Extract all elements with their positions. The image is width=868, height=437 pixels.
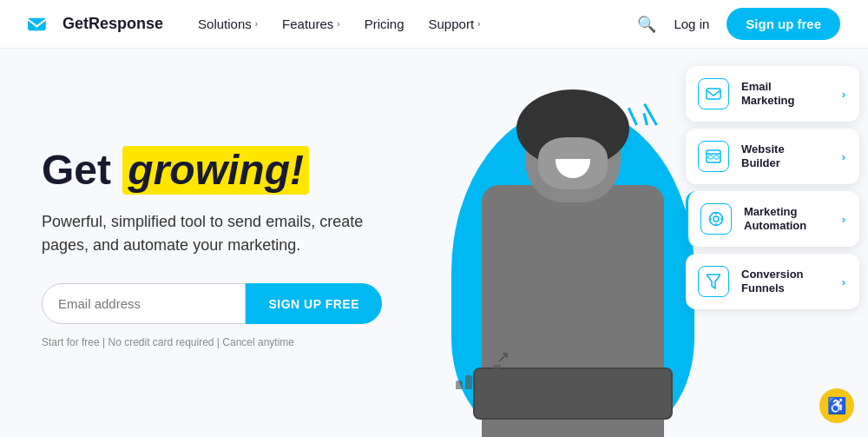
logo-icon [28,14,56,35]
svg-rect-5 [714,156,719,159]
nav-actions: 🔍 Log in Sign up free [637,8,840,40]
feature-card-marketing-automation[interactable]: MarketingAutomation › [686,191,859,247]
logo[interactable]: GetResponse [28,14,163,35]
email-marketing-icon [698,78,729,109]
decorative-lines [634,101,660,129]
marketing-automation-icon [700,203,732,235]
hero-section: Get growing! Powerful, simplified tool t… [0,49,417,437]
signup-form-button[interactable]: SIGN UP FREE [246,283,382,324]
chevron-icon: › [337,19,339,29]
card-chevron-icon: › [842,275,845,288]
feature-card-website-builder[interactable]: WebsiteBuilder › [686,129,859,184]
marketing-automation-label: MarketingAutomation [744,205,830,232]
chart-arrow-icon: ↗ [496,348,510,367]
email-input[interactable] [42,283,246,324]
feature-card-conversion-funnels[interactable]: ConversionFunnels › [686,254,859,309]
header: GetResponse Solutions › Features › Prici… [0,0,868,49]
feature-cards: EmailMarketing › WebsiteBuilder › [686,66,859,309]
hero-headline: Get growing! [42,146,382,195]
chart-decoration: ↗ [456,365,501,389]
conversion-funnels-icon [698,266,729,297]
laptop-icon [473,367,673,420]
form-note: Start for free | No credit card required… [42,336,382,348]
card-chevron-icon: › [842,88,845,101]
signup-button[interactable]: Sign up free [727,8,840,40]
feature-card-email-marketing[interactable]: EmailMarketing › [686,66,859,122]
nav-pricing[interactable]: Pricing [365,17,404,31]
login-button[interactable]: Log in [674,17,709,31]
chevron-icon: › [477,19,480,29]
chevron-icon: › [255,19,258,29]
svg-rect-0 [28,17,46,30]
logo-text: GetResponse [62,15,163,33]
nav-solutions[interactable]: Solutions › [198,17,258,31]
accessibility-icon: ♿ [827,396,846,415]
card-chevron-icon: › [842,213,845,226]
main-nav: Solutions › Features › Pricing Support ›… [198,8,840,40]
nav-features[interactable]: Features › [282,17,340,31]
signup-form: SIGN UP FREE [42,283,382,324]
website-builder-icon [698,141,729,172]
hero-highlight: growing! [122,146,309,195]
svg-point-7 [713,216,719,222]
email-marketing-label: EmailMarketing [741,80,830,107]
card-chevron-icon: › [842,150,845,163]
svg-rect-1 [707,89,720,99]
main-content: Get growing! Powerful, simplified tool t… [0,49,868,437]
conversion-funnels-label: ConversionFunnels [741,268,830,295]
svg-marker-12 [707,275,720,288]
search-icon: 🔍 [637,16,656,33]
nav-support[interactable]: Support › [429,17,481,31]
hero-image-area: ↗ EmailMarketing › [417,49,868,437]
search-button[interactable]: 🔍 [637,15,656,34]
accessibility-button[interactable]: ♿ [819,388,854,423]
svg-rect-4 [708,156,713,159]
hero-subtext: Powerful, simplified tool to send emails… [42,210,382,257]
website-builder-label: WebsiteBuilder [741,142,830,169]
